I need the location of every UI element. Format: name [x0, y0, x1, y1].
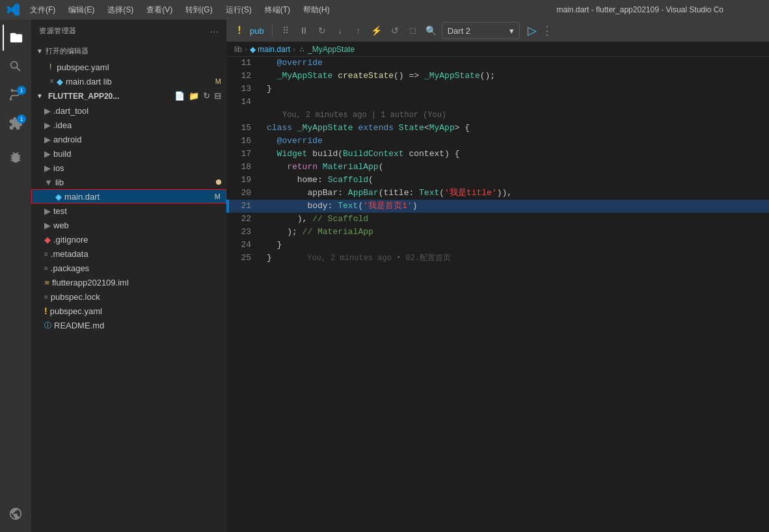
window-title: main.dart - flutter_app202109 - Visual S… — [556, 5, 723, 14]
step-over-button[interactable]: ↓ — [332, 23, 348, 38]
linecontent-11: @override — [262, 57, 769, 70]
linenum-17: 17 — [229, 148, 262, 161]
readme-icon: ⓘ — [44, 321, 51, 330]
extensions-badge: 1 — [17, 114, 26, 124]
sidebar-actions[interactable]: ··· — [210, 26, 219, 36]
code-editor[interactable]: 11 @override 12 _MyAppState createState(… — [226, 57, 769, 532]
linecontent-21: body: Text('我是首页1') — [262, 200, 769, 213]
file-iml[interactable]: ≋ flutterapp202109.iml — [31, 275, 226, 289]
menu-goto[interactable]: 转到(G) — [180, 3, 217, 17]
activity-bar: 1 1 — [0, 20, 31, 532]
folder-ios-label: ios — [53, 163, 64, 173]
linecontent-18: return MaterialApp( — [262, 161, 769, 174]
line-20: 20 appBar: AppBar(title: Text('我是title')… — [226, 187, 769, 200]
run-button[interactable]: ▷ — [528, 23, 537, 38]
activity-explorer[interactable] — [3, 25, 29, 51]
more-button[interactable]: ⋮ — [539, 23, 555, 38]
menu-file[interactable]: 文件(F) — [25, 3, 61, 17]
line-24: 24 } — [226, 239, 769, 252]
lib-modified-dot — [216, 180, 221, 185]
problems-button[interactable]: ! — [232, 23, 247, 38]
menu-select[interactable]: 选择(S) — [102, 3, 139, 17]
stop-button[interactable]: □ — [405, 23, 421, 38]
file-pubspec-lock[interactable]: ≡ pubspec.lock — [31, 289, 226, 304]
line-21: 21 body: Text('我是首页1') — [226, 200, 769, 213]
file-iml-label: flutterapp202109.iml — [52, 278, 129, 287]
linenum-13: 13 — [229, 83, 262, 96]
menu-edit[interactable]: 编辑(E) — [63, 3, 100, 17]
step-into-button[interactable]: ↑ — [351, 23, 366, 38]
linenum-24: 24 — [229, 239, 262, 252]
project-actions[interactable]: 📄 📁 ↻ ⊟ — [174, 91, 221, 101]
breadcrumb-file[interactable]: ◆ main.dart — [250, 45, 290, 54]
linenum-11: 11 — [229, 57, 262, 70]
linenum-21: 21 — [229, 200, 262, 213]
grid-button[interactable]: ⠿ — [278, 23, 293, 38]
file-pubspec-yaml[interactable]: ! pubspec.yaml — [31, 304, 226, 318]
restart-button[interactable]: ↻ — [314, 23, 330, 38]
pub-label: pub — [250, 26, 264, 36]
menu-view[interactable]: 查看(V) — [141, 3, 178, 17]
collapse-action[interactable]: ⊟ — [214, 91, 221, 101]
sidebar-title: 资源管理器 — [39, 26, 77, 36]
new-folder-action[interactable]: 📁 — [189, 91, 199, 101]
project-section[interactable]: ▼ FLUTTER_APP20... 📄 📁 ↻ ⊟ — [31, 88, 226, 103]
activity-source-control[interactable]: 1 — [3, 82, 29, 108]
dart-select[interactable]: Dart 2 ▾ — [442, 22, 520, 39]
linecontent-20: appBar: AppBar(title: Text('我是title')), — [262, 187, 769, 200]
folder-idea[interactable]: ▶ .idea — [31, 118, 226, 132]
folder-web[interactable]: ▶ web — [31, 218, 226, 232]
refresh-button[interactable]: ↺ — [387, 23, 403, 38]
open-file-pubspec[interactable]: ! pubspec.yaml — [31, 60, 226, 74]
activity-debug[interactable] — [3, 144, 29, 170]
file-gitignore[interactable]: ◆ .gitignore — [31, 232, 226, 246]
sidebar-action-newfile[interactable]: ··· — [210, 26, 219, 36]
folder-android[interactable]: ▶ android — [31, 132, 226, 146]
open-file-maindart[interactable]: × ◆ main.dart lib M — [31, 74, 226, 88]
file-packages[interactable]: ≡ .packages — [31, 261, 226, 275]
folder-web-icon: ▶ — [44, 220, 51, 230]
folder-ios-icon: ▶ — [44, 163, 51, 173]
breadcrumb-lib[interactable]: lib — [234, 45, 242, 54]
file-packages-label: .packages — [51, 263, 89, 273]
folder-lib[interactable]: ▼ lib — [31, 175, 226, 189]
line-22: 22 ), // Scaffold — [226, 213, 769, 226]
linecontent-14 — [262, 96, 769, 109]
linecontent-22: ), // Scaffold — [262, 213, 769, 226]
lightning-button[interactable]: ⚡ — [369, 23, 384, 38]
linecontent-19: home: Scaffold( — [262, 174, 769, 187]
dart-select-chevron: ▾ — [509, 26, 514, 36]
line-16: 16 @override — [226, 135, 769, 148]
breadcrumb: lib › ◆ main.dart › ⛬ _MyAppState — [226, 42, 769, 57]
activity-remote[interactable] — [3, 501, 29, 527]
breadcrumb-symbol[interactable]: ⛬ _MyAppState — [298, 45, 355, 54]
search-button[interactable]: 🔍 — [424, 23, 439, 38]
pause-button[interactable]: ⏸ — [296, 23, 312, 38]
open-file-maindart-name: main.dart lib — [66, 77, 112, 86]
menu-terminal[interactable]: 终端(T) — [260, 3, 295, 17]
folder-build[interactable]: ▶ build — [31, 146, 226, 161]
close-icon[interactable]: × — [49, 77, 54, 86]
linecontent-blame: You, 2 minutes ago | 1 author (You) — [262, 109, 769, 122]
open-editors-section[interactable]: ▼ 打开的编辑器 — [31, 42, 226, 60]
refresh-action[interactable]: ↻ — [203, 91, 210, 101]
vscode-logo — [7, 3, 20, 16]
new-file-action[interactable]: 📄 — [174, 91, 185, 101]
folder-android-label: android — [53, 135, 81, 144]
folder-idea-label: .idea — [53, 120, 72, 130]
file-readme[interactable]: ⓘ README.md — [31, 318, 226, 332]
menu-help[interactable]: 帮助(H) — [298, 3, 335, 17]
folder-dart-tool[interactable]: ▶ .dart_tool — [31, 103, 226, 118]
file-main-dart[interactable]: ◆ main.dart M — [31, 189, 226, 204]
lock-icon: ≡ — [44, 293, 48, 300]
activity-extensions[interactable]: 1 — [3, 111, 29, 137]
folder-ios[interactable]: ▶ ios — [31, 161, 226, 175]
line-17: 17 Widget build(BuildContext context) { — [226, 148, 769, 161]
activity-search[interactable] — [3, 53, 29, 79]
folder-test[interactable]: ▶ test — [31, 204, 226, 218]
file-metadata[interactable]: ≡ .metadata — [31, 246, 226, 261]
menu-bar[interactable]: 文件(F) 编辑(E) 选择(S) 查看(V) 转到(G) 运行(S) 终端(T… — [25, 3, 335, 17]
linecontent-16: @override — [262, 135, 769, 148]
menu-run[interactable]: 运行(S) — [221, 3, 257, 17]
folder-android-icon: ▶ — [44, 135, 51, 144]
